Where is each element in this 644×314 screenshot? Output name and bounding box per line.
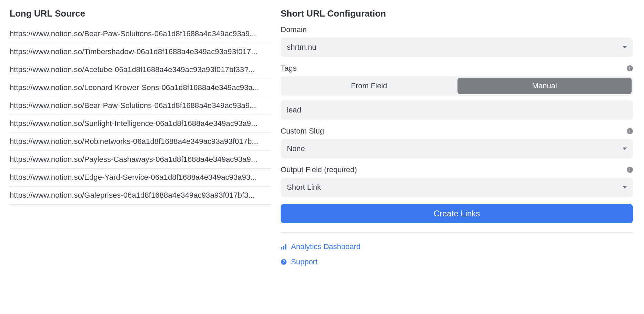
url-item[interactable]: https://www.notion.so/Bear-Paw-Solutions…: [10, 97, 271, 115]
tags-input[interactable]: [281, 100, 633, 120]
url-item[interactable]: https://www.notion.so/Galeprises-06a1d8f…: [10, 187, 271, 205]
url-item[interactable]: https://www.notion.so/Sunlight-Intellige…: [10, 115, 271, 133]
divider: [281, 232, 633, 233]
domain-label: Domain: [281, 25, 307, 34]
url-item[interactable]: https://www.notion.so/Payless-Cashaways-…: [10, 151, 271, 169]
output-field-group: Output Field (required) Short Link: [281, 165, 633, 197]
svg-text:?: ?: [282, 259, 285, 264]
chevron-down-icon: [623, 46, 627, 49]
domain-select[interactable]: shrtm.nu: [281, 38, 633, 57]
info-icon[interactable]: [627, 65, 633, 71]
info-icon[interactable]: [627, 128, 633, 134]
tags-label: Tags: [281, 64, 296, 73]
create-links-button[interactable]: Create Links: [281, 204, 633, 223]
url-item[interactable]: https://www.notion.so/Timbershadow-06a1d…: [10, 43, 271, 61]
tags-segmented-control: From Field Manual: [281, 76, 633, 96]
svg-rect-5: [630, 169, 630, 171]
svg-rect-8: [285, 244, 286, 249]
analytics-dashboard-link[interactable]: Analytics Dashboard: [281, 240, 633, 253]
output-field-value: Short Link: [287, 183, 321, 192]
url-item[interactable]: https://www.notion.so/Leonard-Krower-Son…: [10, 79, 271, 97]
tags-segment-manual[interactable]: Manual: [457, 78, 632, 94]
custom-slug-select[interactable]: None: [281, 139, 633, 158]
url-item[interactable]: https://www.notion.so/Bear-Paw-Solutions…: [10, 25, 271, 43]
svg-point-4: [630, 168, 630, 169]
svg-point-0: [630, 67, 630, 68]
bar-chart-icon: [281, 244, 287, 250]
short-url-config-panel: Short URL Configuration Domain shrtm.nu …: [281, 8, 633, 268]
short-url-config-title: Short URL Configuration: [281, 8, 633, 19]
svg-rect-7: [283, 246, 284, 249]
domain-value: shrtm.nu: [287, 43, 316, 52]
analytics-dashboard-label: Analytics Dashboard: [291, 242, 361, 251]
svg-rect-1: [630, 68, 630, 70]
tags-segment-from-field[interactable]: From Field: [282, 78, 456, 94]
url-item[interactable]: https://www.notion.so/Edge-Yard-Service-…: [10, 169, 271, 187]
output-field-label: Output Field (required): [281, 165, 357, 174]
support-label: Support: [291, 257, 318, 266]
custom-slug-field-group: Custom Slug None: [281, 127, 633, 158]
svg-rect-6: [281, 247, 282, 249]
long-url-source-panel: Long URL Source https://www.notion.so/Be…: [10, 8, 271, 205]
main-columns: Long URL Source https://www.notion.so/Be…: [10, 8, 633, 268]
url-item[interactable]: https://www.notion.so/Acetube-06a1d8f168…: [10, 61, 271, 79]
custom-slug-label: Custom Slug: [281, 127, 324, 136]
info-icon[interactable]: [627, 167, 633, 173]
chevron-down-icon: [623, 186, 627, 189]
create-links-label: Create Links: [434, 209, 480, 218]
support-link[interactable]: ? Support: [281, 255, 633, 268]
chevron-down-icon: [623, 148, 627, 150]
long-url-source-title: Long URL Source: [10, 8, 271, 19]
output-field-select[interactable]: Short Link: [281, 178, 633, 197]
url-list: https://www.notion.so/Bear-Paw-Solutions…: [10, 25, 271, 205]
svg-rect-3: [630, 131, 630, 133]
custom-slug-value: None: [287, 144, 305, 153]
tags-field-group: Tags From Field Manual: [281, 64, 633, 120]
url-item[interactable]: https://www.notion.so/Robinetworks-06a1d…: [10, 133, 271, 151]
domain-field-group: Domain shrtm.nu: [281, 25, 633, 57]
svg-point-2: [630, 130, 630, 130]
help-icon: ?: [281, 259, 287, 265]
